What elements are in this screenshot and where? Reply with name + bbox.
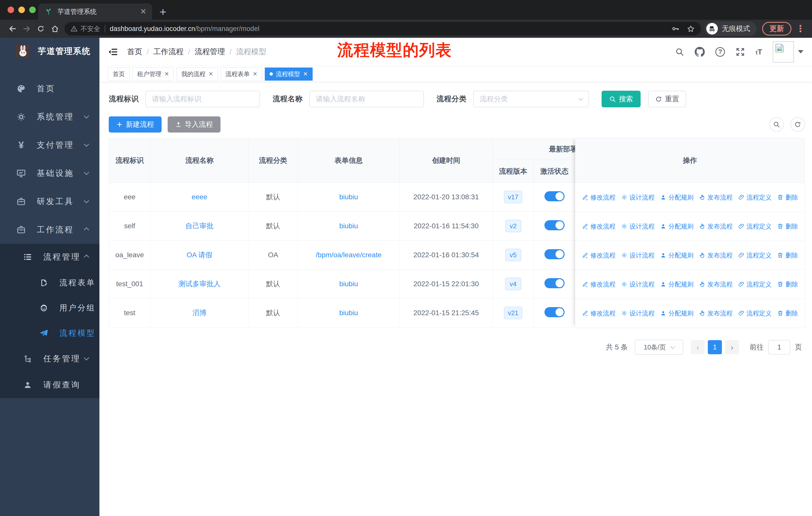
forward-icon[interactable] — [20, 24, 34, 33]
action-definition-clip[interactable]: 流程定义 — [738, 280, 772, 289]
active-toggle[interactable] — [545, 278, 564, 288]
toggle-search-button[interactable] — [769, 117, 784, 132]
breadcrumb-item[interactable]: 首页 — [127, 47, 142, 57]
reload-icon[interactable] — [34, 25, 48, 33]
action-publish-hand[interactable]: 发布流程 — [699, 309, 733, 318]
security-label[interactable]: 不安全 — [81, 24, 100, 33]
action-design-gear[interactable]: 设计流程 — [621, 251, 655, 260]
action-assign-user[interactable]: 分配规则 — [660, 193, 694, 201]
url-text[interactable]: dashboard.yudao.iocoder.cn/bpm/manager/m… — [110, 25, 668, 33]
sidebar-item-user-group[interactable]: 用户分组 — [0, 295, 99, 321]
sidebar-item-system[interactable]: 系统管理 — [0, 103, 99, 131]
action-publish-hand[interactable]: 发布流程 — [699, 251, 733, 260]
action-pencil[interactable]: 修改流程 — [582, 222, 616, 230]
tag-close-icon[interactable]: ✕ — [253, 71, 257, 77]
help-icon[interactable]: ? — [715, 47, 725, 57]
address-bar[interactable]: 不安全 dashboard.yudao.iocoder.cn/bpm/manag… — [64, 22, 701, 35]
sidebar-collapse-icon[interactable] — [108, 47, 118, 57]
close-window-button[interactable] — [7, 6, 14, 13]
minimize-window-button[interactable] — [18, 6, 25, 13]
app-logo-row[interactable]: 芋道管理系统 — [0, 38, 99, 64]
process-id-input[interactable] — [145, 91, 260, 107]
next-page-button[interactable]: › — [725, 340, 739, 354]
action-trash[interactable]: 删除 — [777, 309, 798, 318]
sidebar-item-process-model[interactable]: 流程模型 — [0, 321, 99, 346]
tag-close-icon[interactable]: ✕ — [164, 71, 169, 77]
search-button[interactable]: 搜索 — [602, 91, 641, 107]
action-pencil[interactable]: 修改流程 — [582, 309, 616, 318]
text-size-icon[interactable]: tT — [756, 48, 762, 56]
action-publish-hand[interactable]: 发布流程 — [699, 222, 733, 230]
action-pencil[interactable]: 修改流程 — [582, 251, 616, 260]
action-design-gear[interactable]: 设计流程 — [621, 280, 655, 289]
action-publish-hand[interactable]: 发布流程 — [699, 193, 733, 201]
action-assign-user[interactable]: 分配规则 — [660, 251, 694, 260]
fullscreen-icon[interactable] — [735, 47, 745, 57]
avatar[interactable] — [773, 41, 794, 62]
form-info-link[interactable]: biubiu — [339, 309, 358, 317]
sidebar-item-infra[interactable]: 基础设施 — [0, 159, 99, 187]
prev-page-button[interactable]: ‹ — [691, 340, 705, 354]
sidebar-item-process-mgmt[interactable]: 流程管理 — [0, 244, 99, 270]
sidebar-item-process-form[interactable]: 流程表单 — [0, 270, 99, 295]
process-name-link[interactable]: eeee — [192, 193, 207, 201]
action-design-gear[interactable]: 设计流程 — [621, 309, 655, 318]
breadcrumb-item[interactable]: 流程管理 — [195, 47, 225, 57]
back-icon[interactable] — [5, 24, 20, 33]
new-tab-button[interactable]: + — [160, 6, 166, 18]
action-definition-clip[interactable]: 流程定义 — [738, 251, 772, 260]
sidebar-item-leave-query[interactable]: 请假查询 — [0, 372, 99, 398]
action-trash[interactable]: 删除 — [777, 193, 798, 201]
home-icon[interactable] — [48, 25, 62, 33]
active-toggle[interactable] — [545, 249, 564, 259]
action-definition-clip[interactable]: 流程定义 — [738, 193, 772, 201]
form-info-link[interactable]: /bpm/oa/leave/create — [316, 251, 382, 259]
tag-view-item[interactable]: 流程模型 ✕ — [265, 67, 312, 81]
action-assign-user[interactable]: 分配规则 — [660, 280, 694, 289]
page-size-select[interactable]: 10条/页 — [635, 340, 683, 355]
process-name-link[interactable]: OA 请假 — [186, 251, 212, 259]
form-info-link[interactable]: biubiu — [339, 280, 358, 288]
breadcrumb-item[interactable]: 工作流程 — [153, 47, 183, 57]
action-assign-user[interactable]: 分配规则 — [660, 309, 694, 318]
user-menu[interactable] — [773, 41, 804, 62]
action-trash[interactable]: 删除 — [777, 251, 798, 260]
search-icon[interactable] — [675, 47, 684, 56]
active-toggle[interactable] — [545, 307, 564, 317]
reset-button[interactable]: 重置 — [648, 91, 686, 107]
update-button[interactable]: 更新 — [762, 22, 791, 35]
active-toggle[interactable] — [545, 220, 564, 230]
page-number-button[interactable]: 1 — [708, 340, 722, 354]
action-design-gear[interactable]: 设计流程 — [621, 193, 655, 201]
tag-close-icon[interactable]: ✕ — [208, 71, 213, 77]
zoom-window-button[interactable] — [29, 6, 36, 13]
process-name-link[interactable]: 滔博 — [193, 309, 207, 317]
action-design-gear[interactable]: 设计流程 — [621, 222, 655, 230]
sidebar-item-devtools[interactable]: 研发工具 — [0, 187, 99, 216]
refresh-table-button[interactable] — [790, 117, 805, 132]
tag-view-item[interactable]: 首页 — [108, 67, 129, 81]
action-pencil[interactable]: 修改流程 — [582, 280, 616, 289]
process-name-link[interactable]: 测试多审批人 — [178, 280, 221, 288]
browser-tab[interactable]: 芋道管理系统 ✕ — [38, 3, 152, 20]
action-pencil[interactable]: 修改流程 — [582, 193, 616, 201]
tag-view-item[interactable]: 流程表单 ✕ — [221, 67, 262, 81]
tag-view-item[interactable]: 租户管理 ✕ — [133, 67, 174, 81]
action-trash[interactable]: 删除 — [777, 280, 798, 289]
sidebar-item-home[interactable]: 首页 — [0, 75, 99, 103]
tab-close-icon[interactable]: ✕ — [140, 8, 146, 16]
sidebar-item-payment[interactable]: ¥ 支付管理 — [0, 131, 99, 159]
action-trash[interactable]: 删除 — [777, 222, 798, 230]
active-toggle[interactable] — [545, 191, 564, 201]
process-name-link[interactable]: 自己审批 — [185, 222, 214, 230]
tag-close-icon[interactable]: ✕ — [303, 71, 308, 77]
action-definition-clip[interactable]: 流程定义 — [738, 309, 772, 318]
category-select[interactable]: 流程分类 — [473, 91, 589, 107]
tag-view-item[interactable]: 我的流程 ✕ — [176, 67, 218, 81]
action-definition-clip[interactable]: 流程定义 — [738, 222, 772, 230]
form-info-link[interactable]: biubiu — [339, 222, 358, 230]
browser-menu-icon[interactable]: ⋮ — [796, 23, 805, 34]
goto-page-input[interactable] — [768, 340, 790, 354]
action-publish-hand[interactable]: 发布流程 — [699, 280, 733, 289]
sidebar-item-workflow[interactable]: 工作流程 — [0, 216, 99, 244]
